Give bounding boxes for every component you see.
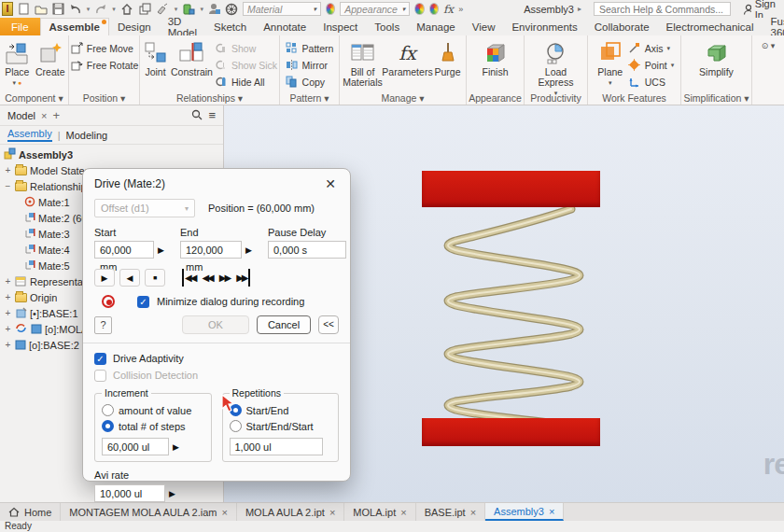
tab-tools[interactable]: Tools <box>366 18 408 35</box>
doc-tab-mola-aula[interactable]: MOLA AULA 2.ipt× <box>237 503 344 521</box>
start-flyout-icon[interactable]: ▶ <box>154 245 168 255</box>
copy-button[interactable]: Copy <box>286 75 334 89</box>
user-presence-icon[interactable] <box>208 2 220 17</box>
load-express-button[interactable]: Load Express ▾ <box>527 37 585 98</box>
play-forward-button[interactable]: ▶ <box>94 269 115 287</box>
record-button[interactable] <box>102 295 115 308</box>
tab-sketch[interactable]: Sketch <box>205 18 255 35</box>
material-combo[interactable]: Material▾ <box>243 2 321 16</box>
help-button[interactable]: ? <box>94 316 112 334</box>
undo-dropdown-icon[interactable]: ▾ <box>87 6 91 13</box>
expand-icon[interactable]: + <box>4 308 12 318</box>
save-icon[interactable] <box>52 2 64 17</box>
panel-label-component[interactable]: Component ▾ <box>0 92 68 104</box>
play-reverse-button[interactable]: ◀ <box>119 269 140 287</box>
tab-annotate[interactable]: Annotate <box>255 18 315 35</box>
browser-view-assembly[interactable]: Assembly <box>7 128 52 142</box>
tab-design[interactable]: Design <box>109 18 160 35</box>
open-icon[interactable] <box>35 2 48 17</box>
start-end-start-radio[interactable]: Start/End/Start <box>230 418 332 434</box>
tweak-icon[interactable] <box>156 2 170 17</box>
increment-flyout-icon[interactable]: ▶ <box>169 442 183 452</box>
ucs-button[interactable]: UCS <box>628 75 674 89</box>
home-tab[interactable]: Home <box>0 503 61 521</box>
doc-tab-mola[interactable]: MOLA.ipt× <box>344 503 415 521</box>
minimize-recording-checkbox[interactable] <box>137 296 149 308</box>
adjust-appearance-icon[interactable] <box>414 3 424 15</box>
doc-tab-montagem[interactable]: MONTAGEM MOLA AULA 2.iam× <box>61 503 237 521</box>
panel-label-simplification[interactable]: Simplification ▾ <box>681 92 751 104</box>
close-icon[interactable]: × <box>470 507 476 518</box>
panel-label-productivity[interactable]: Productivity <box>525 92 587 104</box>
panel-label-relationships[interactable]: Relationships ▾ <box>140 92 279 104</box>
end-input[interactable]: 120,000 mm <box>180 241 242 259</box>
assign-material-icon[interactable] <box>182 2 195 17</box>
expand-icon[interactable]: + <box>4 165 12 175</box>
repetitions-value-input[interactable]: 1,000 ul <box>230 438 323 455</box>
collapse-dialog-button[interactable]: << <box>318 315 339 334</box>
close-icon[interactable]: × <box>400 507 406 518</box>
tab-view[interactable]: View <box>464 18 504 35</box>
finish-button[interactable]: Finish <box>474 37 517 77</box>
create-button[interactable]: Create <box>35 37 66 77</box>
simplify-button[interactable]: Simplify <box>695 37 738 77</box>
go-to-end-button[interactable]: ▶▶ <box>235 269 249 287</box>
add-browser-tab-icon[interactable]: + <box>52 108 60 122</box>
close-icon[interactable]: × <box>549 506 554 517</box>
panel-label-work-features[interactable]: Work Features <box>588 92 680 104</box>
place-button[interactable]: Place ▾ ● <box>2 37 33 88</box>
free-move-button[interactable]: Free Move <box>70 41 138 55</box>
dialog-close-icon[interactable]: ✕ <box>322 176 339 191</box>
amount-of-value-radio[interactable]: amount of value <box>102 402 204 418</box>
end-flyout-icon[interactable]: ▶ <box>242 245 256 255</box>
parameters-button[interactable]: fx Parameters <box>385 37 430 77</box>
ribbon-overflow-button[interactable]: ⊙ ▾ <box>762 41 776 50</box>
expand-icon[interactable]: + <box>4 340 12 350</box>
total-steps-radio[interactable]: total # of steps <box>102 418 204 434</box>
close-browser-icon[interactable]: × <box>41 110 47 121</box>
avi-rate-flyout-icon[interactable]: ▶ <box>165 489 179 498</box>
drive-adaptivity-checkbox[interactable] <box>94 353 106 365</box>
hide-all-button[interactable]: Hide All <box>215 75 277 89</box>
doc-tab-assembly3[interactable]: Assembly3× <box>485 503 564 521</box>
cancel-button[interactable]: Cancel <box>257 315 311 334</box>
browser-tab-model[interactable]: Model <box>7 110 35 121</box>
tab-3d-model[interactable]: 3D Model <box>160 18 205 35</box>
tweak-dropdown-icon[interactable]: ▾ <box>175 6 178 13</box>
panel-label-pattern[interactable]: Pattern ▾ <box>280 92 339 104</box>
joint-button[interactable]: Joint <box>142 37 169 77</box>
pattern-button[interactable]: Pattern <box>286 41 334 55</box>
collapse-icon[interactable]: − <box>4 181 12 191</box>
panel-label-manage[interactable]: Manage ▾ <box>340 92 466 104</box>
close-icon[interactable]: × <box>329 507 335 518</box>
step-forward-button[interactable]: ▶▶ <box>218 269 231 287</box>
tab-assemble[interactable]: Assemble <box>40 18 109 35</box>
bill-of-materials-button[interactable]: Bill of Materials <box>343 37 384 88</box>
start-input[interactable]: 60,000 mm <box>94 241 154 259</box>
tab-electromechanical[interactable]: Electromechanical <box>658 18 763 35</box>
purge-button[interactable]: Purge <box>432 37 464 77</box>
tab-fusion-360[interactable]: Fusion 360 <box>763 18 784 35</box>
tab-manage[interactable]: Manage <box>408 18 464 35</box>
tree-root-assembly3[interactable]: Assembly3 <box>0 147 223 162</box>
expand-icon[interactable]: + <box>4 292 12 302</box>
free-rotate-button[interactable]: Free Rotate <box>70 58 138 72</box>
increment-value-input[interactable]: 60,000 ul <box>102 438 169 455</box>
search-input[interactable] <box>594 2 731 16</box>
clear-appearance-icon[interactable] <box>429 3 439 15</box>
browser-view-modeling[interactable]: Modeling <box>66 130 108 141</box>
avi-rate-input[interactable]: 10,000 ul <box>94 484 165 502</box>
expand-icon[interactable]: + <box>4 324 12 334</box>
plane-button[interactable]: Plane ▾ <box>595 37 626 88</box>
undo-icon[interactable] <box>69 2 82 17</box>
browser-search-icon[interactable] <box>191 109 203 122</box>
doc-tab-base[interactable]: BASE.ipt× <box>416 503 485 521</box>
redo-dropdown-icon[interactable]: ▾ <box>112 6 116 13</box>
constrain-button[interactable]: Constrain <box>171 37 213 77</box>
expand-icon[interactable]: + <box>4 276 12 287</box>
point-button[interactable]: Point ▾ <box>628 58 674 72</box>
new-file-icon[interactable] <box>18 2 30 17</box>
parameters-quick-icon[interactable]: fx <box>443 3 454 16</box>
start-end-radio[interactable]: Start/End <box>230 402 332 418</box>
redo-icon[interactable] <box>94 2 107 17</box>
